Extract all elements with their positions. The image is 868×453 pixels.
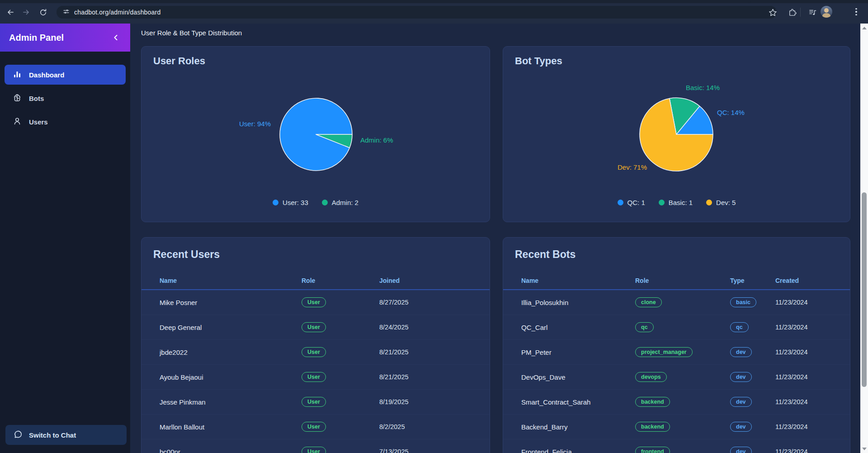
column-header: Created [775,277,832,284]
joined-date: 8/24/2025 [379,324,472,331]
page-title: User Role & Bot Type Distribution [141,29,242,37]
pie-label-basic: Basic: 14% [686,84,720,91]
pie-label-qc: QC: 14% [717,109,745,116]
scrollbar-thumb[interactable] [862,192,867,387]
bot-types-pie-chart [635,93,717,176]
collapse-chevron-icon[interactable] [110,32,121,43]
table-row: Frontend_Felicia frontend dev 11/23/2024 [503,439,850,453]
forward-icon[interactable] [20,6,32,18]
card-title: Recent Bots [515,248,576,261]
role-badge: frontend [635,447,670,453]
legend-dot [322,200,328,205]
user-name: jbde2022 [160,348,302,356]
created-date: 11/23/2024 [775,348,832,356]
role-badge: backend [635,397,670,407]
recent-bots-table: Name Role Type Created Illia_Polosukhin … [503,272,850,453]
chat-bubble-icon [14,430,23,440]
role-badge: User [302,322,326,332]
table-row: DevOps_Dave devops dev 11/23/2024 [503,365,850,390]
user-roles-legend: User: 33 Admin: 2 [142,199,490,206]
active-tab[interactable] [0,0,751,3]
extensions-puzzle-icon[interactable] [787,7,797,18]
pie-label-dev: Dev: 71% [618,163,647,171]
sidebar-item-users[interactable]: Users [5,112,126,132]
user-name: Deep General [160,324,302,331]
bot-name: PM_Peter [521,348,635,356]
role-badge: User [302,422,326,432]
role-badge: User [302,347,326,357]
sidebar-item-label: Dashboard [29,71,64,79]
browser-tab-strip [0,0,868,3]
address-bar[interactable]: chadbot.org/admin/dashboard [57,6,777,19]
joined-date: 8/2/2025 [379,423,472,430]
bot-types-legend: QC: 1 Basic: 1 Dev: 5 [503,199,850,206]
created-date: 11/23/2024 [775,423,832,430]
legend-dot [706,200,712,205]
legend-dot [659,200,665,205]
role-badge: devops [635,372,667,382]
sidebar-item-label: Bots [29,95,44,102]
column-header: Role [302,277,379,284]
legend-label: Dev: 5 [716,199,736,206]
bot-types-card: Bot Types Basic: 14% QC: 14% Dev: 71% QC… [503,46,850,222]
role-badge: project_manager [635,347,693,357]
legend-item: User: 33 [273,199,308,206]
url-text[interactable]: chadbot.org/admin/dashboard [74,9,160,16]
profile-avatar[interactable] [821,6,832,18]
pie-label-user: User: 94% [239,120,271,128]
reload-icon[interactable] [37,6,49,18]
toolbar-divider [800,8,801,17]
user-roles-pie-chart [275,94,357,175]
main-content: User Role & Bot Type Distribution User R… [130,24,860,453]
pie-label-admin: Admin: 6% [360,136,393,144]
legend-item: Dev: 5 [706,199,736,206]
legend-label: QC: 1 [627,199,645,206]
type-badge: dev [730,347,752,357]
legend-label: User: 33 [283,199,308,206]
bot-name: QC_Carl [521,324,635,331]
user-name: Jesse Pinkman [160,398,302,406]
card-title: Bot Types [515,55,562,67]
column-header: Type [730,277,775,284]
joined-date: 8/21/2025 [379,348,472,356]
back-icon[interactable] [5,6,16,18]
type-badge: dev [730,422,752,432]
card-title: User Roles [153,55,205,67]
browser-toolbar: chadbot.org/admin/dashboard [0,0,868,24]
type-badge: dev [730,447,752,453]
bot-name: Illia_Polosukhin [521,299,635,306]
sidebar-title: Admin Panel [9,33,64,43]
scroll-down-arrow-icon[interactable] [860,445,868,453]
created-date: 11/23/2024 [775,448,832,453]
type-badge: dev [730,397,752,407]
table-header-row: Name Role Type Created [503,272,850,290]
scroll-up-arrow-icon[interactable] [860,24,868,32]
table-row: Backend_Barry backend dev 11/23/2024 [503,415,850,439]
bookmark-star-icon[interactable] [767,7,778,18]
bot-name: DevOps_Dave [521,373,635,381]
legend-item: QC: 1 [618,199,645,206]
user-icon [13,117,22,127]
sidebar-item-dashboard[interactable]: Dashboard [5,65,126,85]
type-badge: qc [730,322,749,332]
recent-users-table: Name Role Joined Mike Posner User 8/27/2… [142,272,490,453]
joined-date: 8/27/2025 [379,299,472,306]
switch-to-chat-button[interactable]: Switch to Chat [5,425,127,445]
role-badge: User [302,297,326,307]
browser-menu-icon[interactable] [852,7,861,17]
user-name: Ayoub Bejaoui [160,373,302,381]
page-scrollbar[interactable] [860,24,868,453]
sidebar-item-label: Users [29,118,48,126]
column-header: Name [521,277,635,284]
table-row: bc00pr User 7/13/2025 [142,439,490,453]
sidebar-item-bots[interactable]: Bots [5,88,126,108]
site-settings-icon[interactable] [63,8,70,17]
column-header: Name [160,277,302,284]
role-badge: User [302,447,326,453]
switch-to-chat-label: Switch to Chat [29,431,76,439]
column-header: Role [635,277,730,284]
media-queue-icon[interactable] [807,7,818,18]
joined-date: 7/13/2025 [379,448,472,453]
sidebar: Admin Panel Dashboard Bots [0,24,130,453]
legend-item: Admin: 2 [322,199,359,206]
